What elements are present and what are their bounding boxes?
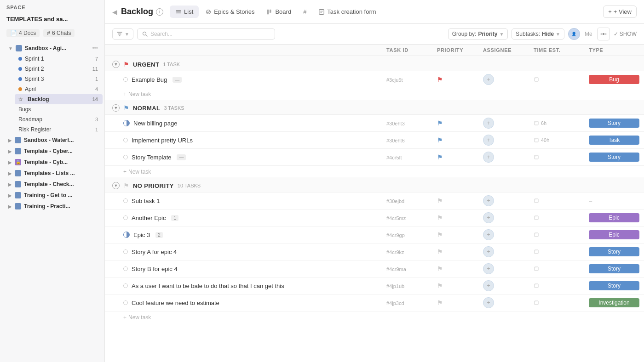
subtasks-control[interactable]: Subtasks: Hide ▼ [512,28,564,40]
search-icon [142,31,148,37]
priority-flag[interactable]: ⚑ [437,248,443,255]
group-by-control[interactable]: Group by: Priority ▼ [448,28,508,40]
me-avatar[interactable]: 👤 [568,28,580,40]
task-row[interactable]: Another Epic 1 #4cr5mz⚑+Epic [105,209,644,226]
share-icon [600,31,607,37]
svg-rect-26 [535,216,538,220]
chats-link[interactable]: # 6 Chats [43,29,75,37]
sidebar-item-sprint2[interactable]: Sprint 2 11 [15,64,103,74]
task-row[interactable]: New billing page #30eht3⚑+6hStory [105,115,644,132]
priority-flag[interactable]: ⚑ [437,282,443,289]
collapse-no-priority[interactable]: ▼ [112,182,120,189]
tab-epics-stories[interactable]: Epics & Stories [200,6,260,18]
sidebar-item-april[interactable]: April 4 [15,84,103,94]
label-april: April [25,86,92,92]
sidebar-item-sprint3[interactable]: Sprint 3 1 [15,74,103,84]
tab-hashtag[interactable]: # [298,6,312,18]
task-row[interactable]: Story A for epic 4 #4cr9kz⚑+Story [105,243,644,260]
filter-button[interactable]: ▼ [112,28,133,40]
search-bar[interactable]: Search... [137,28,275,40]
sidebar-item-risk-register[interactable]: Risk Register 1 [15,124,103,135]
subtasks-label: Subtasks: [516,31,540,37]
assignee-avatar[interactable]: + [483,280,494,291]
task-row[interactable]: Implement pretty URLs #30eht6⚑+40hTask [105,132,644,149]
task-row[interactable]: Cool feature we need to estimate #4jp3cd… [105,294,644,311]
task-row[interactable]: Epic 3 2 #4cr9gp⚑+Epic [105,226,644,243]
sidebar-item-sprint1[interactable]: Sprint 1 7 [15,54,103,64]
type-badge: Task [589,136,639,145]
chats-icon: # [47,30,50,36]
task-row[interactable]: As a user I want to be bale to do that s… [105,277,644,294]
share-button[interactable] [597,28,610,40]
sidebar-item-template-cyber2[interactable]: ▶ 🔒 Template - Cyb... [2,157,103,168]
expand-icon-get: ▶ [8,193,12,198]
add-task-button[interactable]: +New task [123,91,151,97]
task-name: Epic 3 [133,232,150,238]
add-task-button[interactable]: +New task [123,169,151,175]
assignee-avatar[interactable]: + [483,74,494,85]
task-row[interactable]: Story B for epic 4 #4cr9ma⚑+Story [105,260,644,277]
sidebar-item-template-cyber1[interactable]: ▶ Template - Cyber... [2,146,103,157]
assignee-avatar[interactable]: + [483,246,494,257]
priority-flag[interactable]: ⚑ [437,299,443,306]
priority-flag[interactable]: ⚑ [437,119,443,127]
tab-list[interactable]: List [170,6,199,18]
sidebar-group-label-templates-lists: Templates - Lists ... [24,170,98,176]
new-task-row: +New task [105,311,644,323]
assignee-avatar[interactable]: + [483,135,494,146]
assignee-avatar[interactable]: + [483,229,494,240]
task-row[interactable]: Sub task 1 #30ejbd⚑+– [105,192,644,209]
show-toggle[interactable]: ✓ SHOW [614,31,637,37]
tab-task-creation-form[interactable]: Task creation form [313,6,381,18]
sidebar-children-sandbox-agile: Sprint 1 7 Sprint 2 11 Sprint 3 1 April … [0,54,104,135]
docs-link[interactable]: 📄 4 Docs [6,29,40,37]
collapse-sidebar-btn[interactable]: ◀ [112,8,117,16]
assignee-avatar[interactable]: + [483,152,494,163]
add-task-button[interactable]: +New task [123,314,151,321]
priority-flag[interactable]: ⚑ [437,197,443,204]
add-assignee-icon: + [487,120,490,126]
sidebar-item-training-pract[interactable]: ▶ Training - Practi... [2,201,103,212]
assignee-avatar[interactable]: + [483,212,494,223]
filter-chevron: ▼ [125,32,129,37]
add-assignee-icon: + [487,198,490,204]
task-tag: — [172,77,182,83]
tab-board[interactable]: Board [261,6,297,18]
assignee-avatar[interactable]: + [483,195,494,206]
sidebar-item-sandbox-water[interactable]: ▶ Sandbox - Waterf... [2,135,103,146]
sidebar-item-template-check[interactable]: ▶ Template - Check... [2,179,103,190]
priority-flag[interactable]: ⚑ [437,136,443,144]
assignee-avatar[interactable]: + [483,263,494,274]
sidebar-item-training-get[interactable]: ▶ Training - Get to ... [2,190,103,201]
type-badge: Story [589,119,639,128]
svg-rect-20 [535,138,538,142]
sidebar-item-bugs[interactable]: Bugs [15,104,103,114]
priority-flag[interactable]: ⚑ [437,231,443,238]
time-value: 6h [541,120,546,126]
sidebar-item-sandbox-agile[interactable]: ▼ Sandbox - Agi... ••• [2,43,103,54]
priority-flag[interactable]: ⚑ [437,76,443,83]
info-icon[interactable]: i [156,8,163,16]
expand-icon: ▼ [8,46,13,51]
sidebar-item-backlog[interactable]: ☆ Backlog 14 [15,94,103,104]
kebab-icon[interactable]: ••• [92,45,98,51]
task-row[interactable]: Example Bug — #3cju5t⚑+Bug [105,71,644,88]
sidebar-item-templates-lists[interactable]: ▶ Templates - Lists ... [2,168,103,179]
svg-rect-36 [535,301,538,305]
new-task-label: New task [128,169,151,175]
priority-flag[interactable]: ⚑ [437,153,443,161]
priority-flag[interactable]: ⚑ [437,265,443,272]
task-id: #3cju5t [386,77,402,83]
assignee-avatar[interactable]: + [483,297,494,308]
task-row[interactable]: Story Template — #4cr5ft⚑+Story [105,149,644,166]
assignee-avatar[interactable]: + [483,118,494,129]
sidebar-group-label-sandbox-water: Sandbox - Waterf... [24,137,98,143]
collapse-urgent[interactable]: ▼ [112,61,120,68]
priority-flag[interactable]: ⚑ [437,214,443,221]
label-roadmap: Roadmap [18,116,42,123]
expand-icon-check: ▶ [8,182,12,187]
sidebar-item-roadmap[interactable]: Roadmap 3 [15,114,103,124]
type-badge: Bug [589,75,639,84]
collapse-normal[interactable]: ▼ [112,104,120,112]
view-button[interactable]: + + View [603,6,637,18]
